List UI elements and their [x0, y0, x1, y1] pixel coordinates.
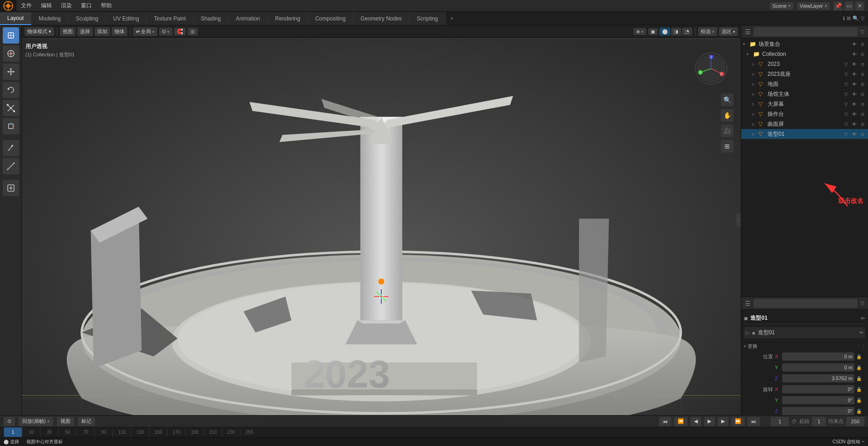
next-key-btn[interactable]: ⏩ [731, 417, 745, 426]
timeline-frame-230[interactable]: 230 [222, 427, 240, 437]
timeline-frame-30[interactable]: 30 [40, 427, 58, 437]
item-wb-sel[interactable]: ⊙ [859, 110, 866, 118]
tool-add-object[interactable] [3, 180, 19, 196]
add-menu[interactable]: 添加 [95, 27, 110, 36]
collection-sel[interactable]: ⊙ [859, 50, 866, 58]
tool-scale[interactable] [3, 100, 19, 116]
outliner-model01[interactable]: ▷ ▽ 造型01 ▽ 👁 ⊙ [741, 129, 868, 139]
xray-btn[interactable]: ▣ [648, 28, 658, 35]
current-frame-input[interactable] [771, 417, 789, 426]
window-icon[interactable]: ▭ [844, 1, 853, 10]
timeline-frame-90[interactable]: 90 [95, 427, 113, 437]
item-wb-funnel[interactable]: ▽ [843, 110, 850, 118]
outliner-venue[interactable]: ▷ ▽ 场馆主体 ▽ 👁 ⊙ [741, 89, 868, 99]
item-screen-vis[interactable]: 👁 [851, 100, 858, 108]
item-screen-funnel[interactable]: ▽ [843, 100, 850, 108]
timeline-frame-170[interactable]: 170 [167, 427, 185, 437]
tab-modeling[interactable]: Modeling [31, 12, 69, 25]
play-start-btn[interactable]: ⏮ [659, 417, 671, 426]
outliner-curvescreen[interactable]: ▷ ▽ 曲面屏 ▽ 👁 ⊙ [741, 119, 868, 129]
outliner-search[interactable] [753, 27, 858, 36]
panel-collapse-btn[interactable]: ‹ [736, 213, 741, 227]
scene-collection-vis[interactable]: 👁 [851, 40, 858, 48]
timeline-frame-150[interactable]: 150 [149, 427, 167, 437]
outliner-collection[interactable]: ▾ 📁 Collection 👁 ⊙ [741, 49, 868, 59]
tab-compositing[interactable]: Compositing [308, 12, 354, 25]
snap-btn[interactable]: 🧲 [174, 28, 186, 35]
restore-icon[interactable]: ⊞ [847, 15, 851, 21]
timeline-frame-110[interactable]: 110 [113, 427, 131, 437]
prop-rot-x-value[interactable] [782, 385, 854, 393]
outliner-workbench[interactable]: ▷ ▽ 操作台 ▽ 👁 ⊙ [741, 109, 868, 119]
scene-collection-sel[interactable]: ⊙ [859, 40, 866, 48]
timeline-frame-50[interactable]: 50 [58, 427, 76, 437]
marker-menu[interactable]: 标记 [78, 417, 95, 426]
search-ws-icon[interactable]: 🔍 [853, 15, 859, 21]
item-2023-vis[interactable]: 👁 [851, 60, 858, 68]
tool-annotate[interactable] [3, 140, 19, 156]
mode-selector[interactable]: 物体模式 ▾ [25, 27, 54, 36]
collection-vis[interactable]: 👁 [851, 50, 858, 58]
render-shading-btn[interactable]: ◔ [682, 28, 692, 35]
prop-edit-btn[interactable]: ✏ [861, 315, 865, 322]
item-venue-vis[interactable]: 👁 [851, 90, 858, 98]
timeline-frame-70[interactable]: 70 [76, 427, 95, 437]
right-panel-toggle[interactable]: 选区 ▾ [719, 27, 738, 36]
item-m01-funnel[interactable]: ▽ [843, 130, 850, 138]
item-base-sel[interactable]: ⊙ [859, 70, 866, 78]
tab-sculpting[interactable]: Sculpting [69, 12, 106, 25]
timeline-frame-210[interactable]: 210 [204, 427, 222, 437]
item-screen-sel[interactable]: ⊙ [859, 100, 866, 108]
end-frame-input[interactable] [846, 417, 864, 426]
prev-frame-btn[interactable]: ◀ [690, 417, 701, 426]
item-cs-vis[interactable]: 👁 [851, 120, 858, 128]
properties-filter[interactable]: ▽ [860, 300, 864, 307]
item-ground-funnel[interactable]: ▽ [843, 80, 850, 88]
solid-shading-btn[interactable]: ⬤ [659, 28, 670, 35]
global-transform-btn[interactable]: ⇄ 全局 ▾ [133, 27, 157, 36]
tab-add[interactable]: + [446, 12, 458, 25]
item-2023-sel[interactable]: ⊙ [859, 60, 866, 68]
tab-shading[interactable]: Shading [194, 12, 229, 25]
menu-file[interactable]: 文件 [16, 0, 36, 11]
tool-select-active[interactable] [3, 27, 19, 44]
scene-selector[interactable]: Scene ▾ [770, 2, 793, 10]
item-wb-vis[interactable]: 👁 [851, 110, 858, 118]
outliner-scene-collection[interactable]: ▾ 📁 场景集合 👁 ⊙ [741, 39, 868, 49]
prop-pos-y-lock[interactable]: 🔒 [856, 365, 863, 370]
prop-pos-y-value[interactable] [782, 363, 854, 372]
outliner-bigscreen[interactable]: ▷ ▽ 大屏幕 ▽ 👁 ⊙ [741, 99, 868, 109]
close-icon[interactable]: ✕ [855, 1, 864, 10]
properties-search[interactable] [753, 299, 858, 308]
prop-transform-section[interactable]: ▾ 变换 ⋮⋮ [744, 341, 865, 352]
item-base-funnel[interactable]: ▽ [843, 70, 850, 78]
viewport-3d[interactable]: 物体模式 ▾ 视图 选择 添加 物体 ⇄ 全局 ▾ [22, 25, 741, 415]
tab-layout[interactable]: Layout [0, 12, 31, 25]
prev-key-btn[interactable]: ⏪ [674, 417, 688, 426]
tab-texture-paint[interactable]: Texture Paint [147, 12, 194, 25]
frame-type-btn[interactable]: ⊙ [4, 417, 15, 426]
prop-sub-edit[interactable]: ✏ [859, 330, 863, 336]
tool-measure[interactable] [3, 158, 19, 174]
viewlayer-selector[interactable]: ViewLayer ▾ [797, 2, 830, 10]
view-menu-timeline[interactable]: 视图 [57, 417, 74, 426]
outliner-2023[interactable]: ▷ ▽ 2023 ▽ 👁 ⊙ [741, 59, 868, 69]
prop-rot-y-lock[interactable]: 🔒 [856, 398, 863, 403]
prop-pos-x-value[interactable] [782, 352, 854, 361]
item-2023-funnel[interactable]: ▽ [843, 60, 850, 68]
tab-scripting[interactable]: Scripting [409, 12, 446, 25]
tool-move[interactable] [3, 64, 19, 80]
timeline-frame-10[interactable]: 10 [22, 427, 40, 437]
item-cs-sel[interactable]: ⊙ [859, 120, 866, 128]
grid-btn[interactable]: ⊞ [721, 140, 733, 153]
tab-rendering[interactable]: Rendering [268, 12, 308, 25]
filter-ws-icon[interactable]: ▽ [861, 15, 864, 21]
camera-btn[interactable]: 🎥 [721, 124, 733, 137]
item-venue-sel[interactable]: ⊙ [859, 90, 866, 98]
play-btn[interactable]: ▶ [704, 417, 715, 426]
menu-help[interactable]: 帮助 [96, 0, 116, 11]
tab-animation[interactable]: Animation [229, 12, 268, 25]
prop-rot-z-lock[interactable]: 🔒 [856, 409, 863, 414]
tool-rotate[interactable] [3, 82, 19, 98]
timeline-frame-130[interactable]: 130 [131, 427, 149, 437]
